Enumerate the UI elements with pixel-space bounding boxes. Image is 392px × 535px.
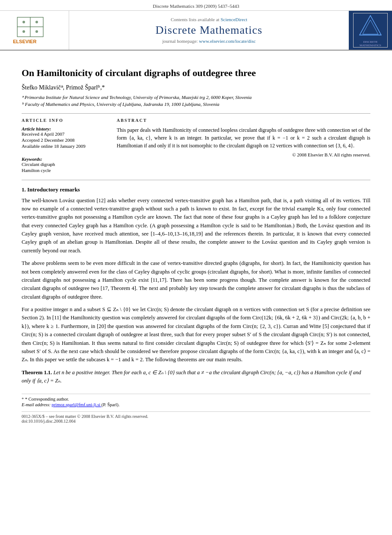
email-label: E-mail address: (22, 402, 51, 407)
abstract-text: This paper deals with Hamiltonicity of c… (117, 126, 370, 150)
dm-logo-svg (357, 13, 383, 39)
affiliation-b: ᵇ Faculty of Mathematics and Physics, Un… (22, 101, 370, 108)
footnote-section: * * Corresponding author. E-mail address… (22, 394, 370, 407)
elsevier-logo: ELSEVIER (9, 15, 61, 45)
corresponding-author-note: * * Corresponding author. (22, 397, 370, 401)
theorem-1-1: Theorem 1.1. Let n be a positive integer… (22, 369, 370, 385)
section-divider (22, 180, 370, 180)
svg-text:ELSEVIER: ELSEVIER (13, 39, 36, 44)
accepted-date: Accepted 2 December 2008 (22, 137, 108, 143)
received-date: Received 4 April 2007 (22, 131, 108, 137)
corresponding-label: * Corresponding author. (25, 397, 69, 401)
dm-logo-text: DISCRETEMATHEMATICS (360, 40, 381, 47)
affiliation-a: ᵃ Primorska Institute for Natural Scienc… (22, 94, 370, 101)
top-banner: ELSEVIER Contents lists available at Sci… (0, 11, 392, 51)
history-label: Article history: (22, 126, 108, 131)
homepage-anchor[interactable]: www.elsevier.com/locate/disc (199, 38, 255, 44)
copyright-notice: © 2008 Elsevier B.V. All rights reserved… (117, 152, 370, 157)
article-info-col: ARTICLE INFO Article history: Received 4… (22, 118, 108, 174)
authors: Štefko Miklavičᵃ, Primož Šparlᵇ,* (22, 84, 370, 91)
journal-title-area: Contents lists available at ScienceDirec… (69, 11, 349, 50)
bottom-info: 0012-365X/$ – see front matter © 2008 El… (22, 411, 370, 424)
doi-line: doi:10.1016/j.disc.2008.12.004 (22, 419, 370, 424)
section-1-title: 1. Introductory remarks (22, 186, 370, 193)
svg-point-7 (35, 30, 38, 33)
email-note: E-mail address: primoz.sparl@fmf.uni-lj.… (22, 402, 370, 407)
keyword-2: Hamilton cycle (22, 168, 108, 173)
article-title: On Hamiltonicity of circulant digraphs o… (22, 67, 370, 80)
section-1-para2: The above problems seem to be even more … (22, 259, 370, 301)
theorem-label: Theorem 1.1. (22, 369, 52, 376)
dm-logo: DISCRETEMATHEMATICS (353, 13, 388, 48)
abstract-col: ABSTRACT This paper deals with Hamiltoni… (117, 118, 370, 174)
svg-rect-9 (357, 13, 383, 39)
article-info-label: ARTICLE INFO (22, 118, 108, 123)
email-suffix: (P. Šparl). (102, 402, 120, 407)
article-info-abstract: ARTICLE INFO Article history: Received 4… (22, 113, 370, 174)
issn-line: 0012-365X/$ – see front matter © 2008 El… (22, 414, 370, 419)
author-names: Štefko Miklavičᵃ, Primož Šparlᵇ,* (22, 84, 105, 91)
svg-point-5 (35, 21, 38, 23)
theorem-text: Let n be a positive integer. Then for ea… (22, 369, 361, 384)
email-link[interactable]: primoz.sparl@fmf.uni-lj.si (52, 402, 102, 407)
sciencedirect-anchor[interactable]: ScienceDirect (220, 17, 247, 22)
available-date: Available online 18 January 2009 (22, 143, 108, 149)
affiliations: ᵃ Primorska Institute for Natural Scienc… (22, 94, 370, 108)
journal-header: Discrete Mathematics 309 (2009) 5437–544… (0, 0, 392, 11)
svg-point-4 (22, 21, 25, 23)
journal-name-banner: Discrete Mathematics (156, 24, 262, 37)
section-1-para3: For a positive integer n and a subset S … (22, 306, 370, 364)
star-symbol: * (22, 397, 25, 401)
publisher-logo-area: ELSEVIER (0, 11, 69, 50)
homepage-link: journal homepage: www.elsevier.com/locat… (162, 38, 255, 44)
section-1-para1: The well-known Lovász question [12] asks… (22, 197, 370, 255)
svg-point-6 (22, 30, 25, 33)
journal-citation: Discrete Mathematics 309 (2009) 5437–544… (153, 3, 239, 9)
section-name: Introductory remarks (27, 186, 80, 193)
keywords-label: Keywords: (22, 156, 108, 162)
journal-logo-box: DISCRETEMATHEMATICS (349, 11, 392, 50)
abstract-label: ABSTRACT (117, 118, 370, 123)
section-number: 1. (22, 186, 26, 193)
keyword-1: Circulant digraph (22, 162, 108, 167)
main-content: On Hamiltonicity of circulant digraphs o… (0, 51, 392, 432)
sciencedirect-link: Contents lists available at ScienceDirec… (171, 17, 247, 22)
